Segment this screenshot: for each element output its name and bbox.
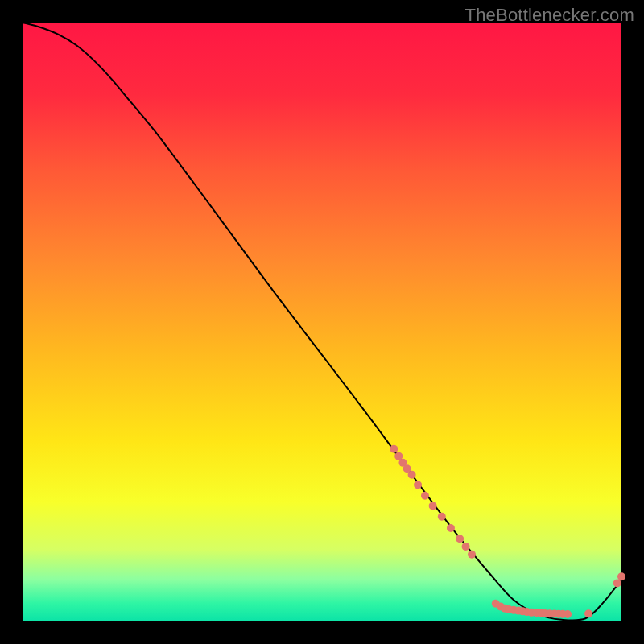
data-marker: [429, 502, 437, 510]
chart-stage: TheBottlenecker.com: [0, 0, 644, 644]
data-marker: [390, 445, 398, 453]
bottleneck-chart: [0, 0, 644, 644]
data-marker: [564, 610, 572, 618]
data-marker: [447, 524, 455, 532]
data-marker: [456, 535, 464, 543]
chart-plot-area: [23, 23, 621, 621]
attribution-label: TheBottlenecker.com: [465, 5, 634, 26]
data-marker: [617, 572, 625, 580]
data-marker: [421, 492, 429, 500]
data-marker: [414, 481, 422, 489]
data-marker: [408, 471, 416, 479]
data-marker: [438, 513, 446, 521]
data-marker: [462, 543, 470, 551]
data-marker: [584, 609, 592, 617]
data-marker: [468, 551, 476, 559]
